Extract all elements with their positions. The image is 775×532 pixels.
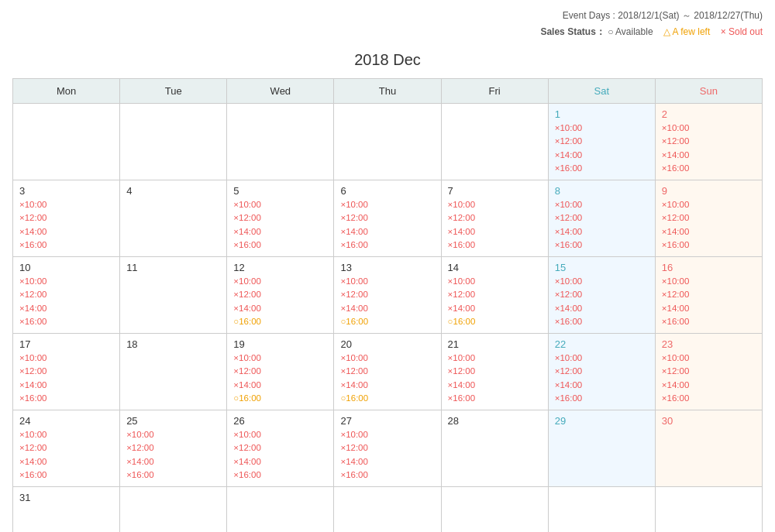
time-slot[interactable]: ×10:00 xyxy=(448,275,542,288)
time-slot[interactable]: ×14:00 xyxy=(19,379,113,392)
time-slot[interactable]: ×10:00 xyxy=(662,122,756,135)
time-slot[interactable]: ×10:00 xyxy=(662,198,756,211)
time-slot[interactable]: ×12:00 xyxy=(448,365,542,378)
time-slot[interactable]: ×12:00 xyxy=(662,365,756,378)
time-slot[interactable]: ×12:00 xyxy=(448,211,542,225)
time-slot[interactable]: ×16:00 xyxy=(448,392,542,405)
time-slot[interactable]: ×14:00 xyxy=(340,379,434,392)
time-slot[interactable]: ×12:00 xyxy=(233,288,327,301)
time-slot[interactable]: ×12:00 xyxy=(19,441,113,455)
time-slot[interactable]: ×10:00 xyxy=(233,198,327,211)
time-slot[interactable]: ×16:00 xyxy=(662,162,756,175)
time-slot[interactable]: ×10:00 xyxy=(555,275,649,288)
time-slot[interactable]: ×14:00 xyxy=(448,225,542,239)
time-slot[interactable]: ×12:00 xyxy=(340,288,434,301)
time-slot[interactable]: ×14:00 xyxy=(340,225,434,239)
time-slot[interactable]: ×12:00 xyxy=(555,135,649,148)
time-slot[interactable]: ×16:00 xyxy=(555,315,649,328)
time-slot[interactable]: ×14:00 xyxy=(340,302,434,315)
time-slot[interactable]: ×16:00 xyxy=(19,315,113,328)
time-slot[interactable]: ×10:00 xyxy=(233,352,327,365)
time-slot[interactable]: ×14:00 xyxy=(340,455,434,469)
time-slot[interactable]: ×12:00 xyxy=(19,211,113,225)
time-slot[interactable]: ×16:00 xyxy=(19,392,113,405)
time-slot[interactable]: ×14:00 xyxy=(126,455,220,469)
day-number: 13 xyxy=(340,262,434,273)
time-slot[interactable]: ×10:00 xyxy=(340,428,434,441)
time-slot[interactable]: ×14:00 xyxy=(555,379,649,392)
time-slot[interactable]: ×14:00 xyxy=(19,225,113,239)
time-slot[interactable]: ×10:00 xyxy=(19,352,113,365)
time-slot[interactable]: ×12:00 xyxy=(233,441,327,455)
time-slot[interactable]: ○16:00 xyxy=(233,392,327,405)
time-slot[interactable]: ○16:00 xyxy=(340,315,434,328)
time-slot[interactable]: ×14:00 xyxy=(555,302,649,315)
time-slot[interactable]: ×16:00 xyxy=(233,239,327,252)
time-slot[interactable]: ×10:00 xyxy=(19,275,113,288)
time-slot[interactable]: ×12:00 xyxy=(662,135,756,148)
time-slot[interactable]: ×16:00 xyxy=(662,315,756,328)
time-slot[interactable]: ×12:00 xyxy=(555,211,649,225)
time-slot[interactable]: ×14:00 xyxy=(233,379,327,392)
time-slot[interactable]: ×16:00 xyxy=(662,239,756,252)
time-slot[interactable]: ×14:00 xyxy=(448,379,542,392)
time-slot[interactable]: ○16:00 xyxy=(448,315,542,328)
time-slot[interactable]: ×14:00 xyxy=(555,225,649,239)
time-slot[interactable]: ×12:00 xyxy=(555,288,649,301)
time-slot[interactable]: ○16:00 xyxy=(233,315,327,328)
time-slot[interactable]: ○16:00 xyxy=(340,392,434,405)
time-slot[interactable]: ×10:00 xyxy=(555,352,649,365)
time-slot[interactable]: ×16:00 xyxy=(126,469,220,482)
time-slot[interactable]: ×10:00 xyxy=(19,428,113,441)
time-slot[interactable]: ×14:00 xyxy=(662,379,756,392)
calendar-week-row: 31 xyxy=(13,487,763,533)
time-slot[interactable]: ×14:00 xyxy=(19,302,113,315)
day-number: 11 xyxy=(126,262,220,273)
time-slot[interactable]: ×14:00 xyxy=(662,302,756,315)
time-slot[interactable]: ×10:00 xyxy=(19,198,113,211)
time-slot[interactable]: ×16:00 xyxy=(19,239,113,252)
header-thu: Thu xyxy=(334,79,441,104)
time-slot[interactable]: ×12:00 xyxy=(662,211,756,225)
time-slot[interactable]: ×10:00 xyxy=(340,352,434,365)
time-slot[interactable]: ×14:00 xyxy=(233,302,327,315)
time-slot[interactable]: ×16:00 xyxy=(340,469,434,482)
time-slot[interactable]: ×12:00 xyxy=(555,365,649,378)
time-slot[interactable]: ×10:00 xyxy=(555,198,649,211)
time-slot[interactable]: ×10:00 xyxy=(662,352,756,365)
time-slot[interactable]: ×12:00 xyxy=(233,211,327,225)
time-slot[interactable]: ×14:00 xyxy=(233,225,327,239)
time-slot[interactable]: ×10:00 xyxy=(448,352,542,365)
time-slot[interactable]: ×16:00 xyxy=(555,239,649,252)
time-slot[interactable]: ×12:00 xyxy=(662,288,756,301)
time-slot[interactable]: ×12:00 xyxy=(340,441,434,455)
time-slot[interactable]: ×14:00 xyxy=(448,302,542,315)
time-slot[interactable]: ×14:00 xyxy=(555,149,649,162)
time-slot[interactable]: ×12:00 xyxy=(448,288,542,301)
time-slot[interactable]: ×10:00 xyxy=(126,428,220,441)
time-slot[interactable]: ×10:00 xyxy=(233,428,327,441)
time-slot[interactable]: ×12:00 xyxy=(126,441,220,455)
time-slot[interactable]: ×16:00 xyxy=(555,162,649,175)
time-slot[interactable]: ×16:00 xyxy=(555,392,649,405)
time-slot[interactable]: ×12:00 xyxy=(233,365,327,378)
time-slot[interactable]: ×12:00 xyxy=(19,365,113,378)
time-slot[interactable]: ×14:00 xyxy=(233,455,327,469)
time-slot[interactable]: ×14:00 xyxy=(19,455,113,469)
time-slot[interactable]: ×10:00 xyxy=(233,275,327,288)
time-slot[interactable]: ×16:00 xyxy=(662,392,756,405)
time-slot[interactable]: ×10:00 xyxy=(340,198,434,211)
time-slot[interactable]: ×14:00 xyxy=(662,225,756,239)
time-slot[interactable]: ×16:00 xyxy=(233,469,327,482)
time-slot[interactable]: ×12:00 xyxy=(340,365,434,378)
time-slot[interactable]: ×16:00 xyxy=(19,469,113,482)
time-slot[interactable]: ×16:00 xyxy=(340,239,434,252)
time-slot[interactable]: ×12:00 xyxy=(340,211,434,225)
time-slot[interactable]: ×10:00 xyxy=(340,275,434,288)
time-slot[interactable]: ×10:00 xyxy=(555,122,649,135)
time-slot[interactable]: ×12:00 xyxy=(19,288,113,301)
time-slot[interactable]: ×10:00 xyxy=(448,198,542,211)
time-slot[interactable]: ×10:00 xyxy=(662,275,756,288)
time-slot[interactable]: ×16:00 xyxy=(448,239,542,252)
time-slot[interactable]: ×14:00 xyxy=(662,149,756,162)
